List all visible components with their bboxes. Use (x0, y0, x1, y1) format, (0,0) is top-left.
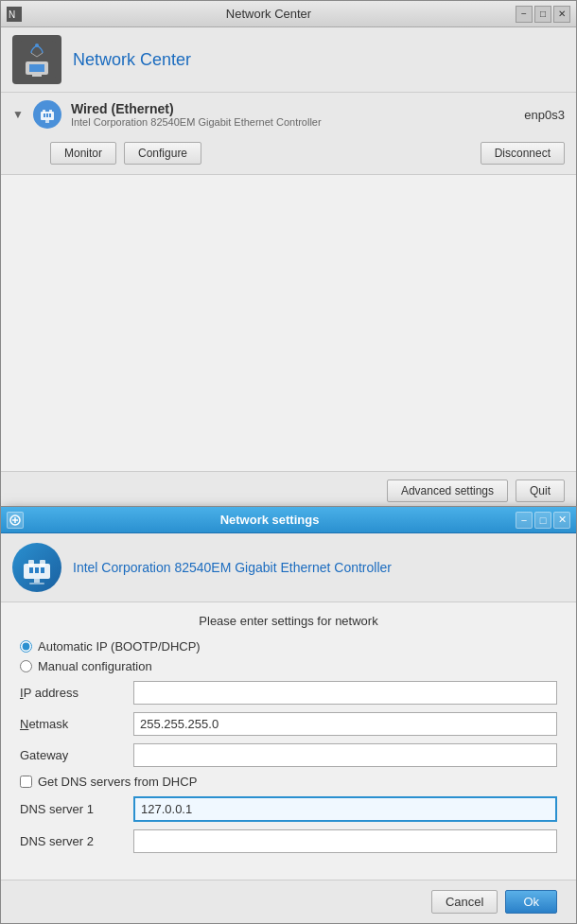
auto-ip-option: Automatic IP (BOOTP/DHCP) (20, 639, 557, 654)
gateway-row: Gateway (20, 743, 557, 767)
close-button[interactable]: ✕ (553, 6, 570, 23)
svg-rect-5 (32, 75, 42, 77)
network-info: Wired (Ethernet) Intel Corporation 82540… (71, 101, 515, 128)
dialog-minimize-button[interactable]: − (516, 512, 533, 529)
ethernet-icon (33, 100, 61, 129)
netmask-row: Netmask (20, 712, 557, 736)
gateway-label: Gateway (20, 748, 133, 762)
advanced-settings-button[interactable]: Advanced settings (387, 479, 508, 502)
svg-rect-4 (29, 64, 44, 72)
expand-icon[interactable]: ▼ (12, 108, 24, 121)
dialog-titlebar: Network settings − □ ✕ (1, 507, 576, 533)
netmask-label-underline: N (20, 717, 28, 731)
network-actions: Monitor Configure Disconnect (1, 136, 576, 174)
network-settings-dialog: Network settings − □ ✕ Intel Corporation… (0, 506, 577, 924)
dialog-logo (12, 543, 61, 592)
radio-group: Automatic IP (BOOTP/DHCP) Manual configu… (20, 639, 557, 673)
netmask-input[interactable] (133, 712, 557, 736)
dns-dhcp-label: Get DNS servers from DHCP (38, 775, 197, 789)
network-item-header: ▼ Wired (Ethernet) Intel Corporation 825… (1, 93, 576, 136)
ip-address-label: IP address (20, 686, 133, 700)
svg-rect-20 (35, 567, 39, 573)
ip-address-row: IP address (20, 681, 557, 705)
svg-rect-17 (28, 560, 34, 567)
dialog-titlebar-left (7, 512, 24, 529)
dns2-label: DNS server 2 (20, 834, 133, 848)
dns2-input[interactable] (133, 829, 557, 853)
svg-rect-18 (40, 560, 45, 567)
svg-rect-11 (46, 113, 48, 117)
ok-button[interactable]: Ok (505, 890, 557, 914)
svg-rect-12 (49, 113, 51, 117)
svg-rect-19 (29, 567, 33, 573)
monitor-button[interactable]: Monitor (50, 142, 116, 165)
svg-text:N: N (9, 9, 15, 20)
dialog-subtitle: Intel Corporation 82540EM Gigabit Ethern… (73, 560, 392, 575)
dialog-title: Network settings (24, 513, 516, 527)
dialog-maximize-button[interactable]: □ (534, 512, 551, 529)
network-center-footer: Advanced settings Quit (1, 471, 576, 510)
auto-ip-radio[interactable] (20, 640, 32, 653)
svg-rect-13 (45, 120, 49, 123)
dialog-close-button[interactable]: ✕ (553, 512, 570, 529)
dialog-header: Intel Corporation 82540EM Gigabit Ethern… (1, 533, 576, 602)
maximize-button[interactable]: □ (534, 6, 551, 23)
auto-ip-label: Automatic IP (BOOTP/DHCP) (38, 639, 201, 654)
netmask-label-rest: etmask (28, 717, 68, 731)
app-title: Network Center (73, 50, 191, 70)
network-interface: enp0s3 (524, 108, 565, 122)
dialog-footer: Cancel Ok (1, 880, 576, 923)
ip-label-rest: P address (24, 686, 79, 700)
svg-rect-8 (43, 110, 45, 113)
network-desc: Intel Corporation 82540EM Gigabit Ethern… (71, 116, 515, 128)
ip-address-input[interactable] (133, 681, 557, 705)
network-name: Wired (Ethernet) (71, 101, 515, 116)
svg-rect-9 (49, 110, 52, 113)
dns1-input[interactable] (133, 796, 557, 822)
cancel-button[interactable]: Cancel (431, 890, 498, 914)
dns2-row: DNS server 2 (20, 829, 557, 853)
netmask-label: Netmask (20, 717, 133, 731)
svg-point-6 (35, 44, 39, 47)
dialog-prompt: Please enter settings for network (20, 614, 557, 628)
titlebar-app-icon: N (7, 7, 22, 22)
dialog-body: Please enter settings for network Automa… (1, 602, 576, 872)
manual-config-radio[interactable] (20, 660, 32, 672)
titlebar-controls: − □ ✕ (516, 6, 570, 23)
disconnect-button[interactable]: Disconnect (481, 142, 565, 165)
svg-rect-22 (34, 579, 40, 583)
dns1-label: DNS server 1 (20, 802, 133, 816)
network-item-ethernet: ▼ Wired (Ethernet) Intel Corporation 825… (1, 93, 576, 175)
manual-config-option: Manual configuration (20, 659, 557, 673)
gateway-input[interactable] (133, 743, 557, 767)
app-header: Network Center (1, 27, 576, 93)
network-center-titlebar: N Network Center − □ ✕ (1, 1, 576, 27)
svg-rect-21 (41, 567, 44, 573)
titlebar-left: N (7, 7, 22, 22)
dialog-controls: − □ ✕ (516, 512, 570, 529)
network-center-title: Network Center (22, 7, 516, 21)
dns-dhcp-checkbox[interactable] (20, 776, 32, 788)
minimize-button[interactable]: − (516, 6, 533, 23)
svg-rect-23 (29, 583, 44, 584)
svg-rect-10 (44, 113, 45, 117)
network-center-window: N Network Center − □ ✕ (0, 0, 577, 511)
dns-dhcp-row: Get DNS servers from DHCP (20, 775, 557, 789)
dialog-titlebar-icon (7, 512, 24, 529)
app-logo (12, 35, 61, 84)
dns1-row: DNS server 1 (20, 796, 557, 822)
manual-config-label: Manual configuration (38, 659, 152, 673)
quit-button[interactable]: Quit (516, 479, 565, 502)
configure-button[interactable]: Configure (124, 142, 201, 165)
